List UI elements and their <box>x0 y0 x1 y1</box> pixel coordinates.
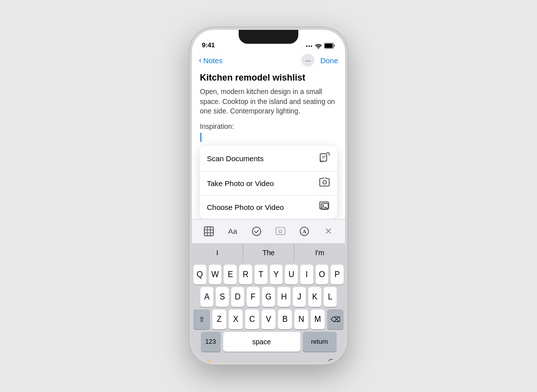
keyboard-row-1: Q W E R T Y U I O P <box>193 265 344 285</box>
choose-photo-label: Choose Photo or Video <box>207 203 284 211</box>
camera-icon <box>319 178 330 189</box>
checklist-button[interactable] <box>249 223 265 239</box>
keyboard-row-2: A S D F G H J K L <box>193 287 344 307</box>
done-button[interactable]: Done <box>320 56 338 65</box>
delete-key[interactable]: ⌫ <box>327 309 344 329</box>
svg-point-7 <box>322 204 324 206</box>
phone-frame: 9:41 ▪▪▪ ‹ Notes <box>189 27 348 365</box>
key-z[interactable]: Z <box>212 309 226 329</box>
table-button[interactable] <box>201 223 217 239</box>
toolbar: Aa A ✕ <box>192 219 345 244</box>
svg-point-13 <box>253 227 261 235</box>
signal-icon: ▪▪▪ <box>306 43 313 49</box>
phone-screen: 9:41 ▪▪▪ ‹ Notes <box>192 30 345 362</box>
key-m[interactable]: M <box>311 309 325 329</box>
key-j[interactable]: J <box>293 287 306 307</box>
notch <box>239 30 298 44</box>
nav-bar: ‹ Notes ··· Done <box>192 52 345 71</box>
take-photo-item[interactable]: Take Photo or Video <box>200 172 337 196</box>
status-time: 9:41 <box>202 41 215 49</box>
suggestions-bar: I The I'm <box>192 244 345 262</box>
back-button[interactable]: ‹ Notes <box>199 55 223 65</box>
key-t[interactable]: T <box>255 265 268 285</box>
nav-actions: ··· Done <box>301 54 338 67</box>
chevron-left-icon: ‹ <box>199 55 202 65</box>
more-button[interactable]: ··· <box>301 54 314 67</box>
key-c[interactable]: C <box>245 309 259 329</box>
svg-rect-8 <box>204 227 213 236</box>
key-p[interactable]: P <box>331 265 344 285</box>
scan-documents-label: Scan Documents <box>207 154 264 163</box>
format-button[interactable]: Aa <box>225 223 241 239</box>
key-e[interactable]: E <box>224 265 237 285</box>
ellipsis-icon: ··· <box>305 57 311 64</box>
key-k[interactable]: K <box>308 287 321 307</box>
key-b[interactable]: B <box>278 309 292 329</box>
wifi-icon <box>315 43 322 49</box>
key-q[interactable]: Q <box>193 265 206 285</box>
close-icon: ✕ <box>325 226 332 237</box>
keyboard-row-4: 123 space return <box>193 332 344 352</box>
keyboard-row-3: ⇧ Z X C V B N M ⌫ <box>193 309 344 329</box>
keyboard: Q W E R T Y U I O P A S D F G H J K <box>192 262 345 356</box>
key-x[interactable]: X <box>229 309 243 329</box>
markup-button[interactable]: A <box>296 223 312 239</box>
back-label: Notes <box>203 56 223 65</box>
svg-point-14 <box>279 230 282 233</box>
numbers-key[interactable]: 123 <box>201 332 221 352</box>
key-o[interactable]: O <box>316 265 329 285</box>
svg-text:A: A <box>302 228 306 234</box>
suggestion-the[interactable]: The <box>243 244 294 262</box>
choose-photo-item[interactable]: Choose Photo or Video <box>200 196 337 219</box>
shift-key[interactable]: ⇧ <box>193 309 210 329</box>
key-d[interactable]: D <box>231 287 244 307</box>
key-f[interactable]: F <box>247 287 260 307</box>
svg-point-0 <box>318 48 319 49</box>
suggestion-im[interactable]: I'm <box>294 244 345 262</box>
bottom-bar: 🙂 <box>192 356 345 362</box>
close-toolbar-button[interactable]: ✕ <box>320 223 336 239</box>
key-v[interactable]: V <box>262 309 275 329</box>
take-photo-label: Take Photo or Video <box>207 179 274 188</box>
inspiration-label: Inspiration: <box>200 122 337 130</box>
return-key[interactable]: return <box>303 332 337 352</box>
suggestion-i[interactable]: I <box>192 244 243 262</box>
key-s[interactable]: S <box>216 287 229 307</box>
key-i[interactable]: I <box>300 265 313 285</box>
key-a[interactable]: A <box>200 287 213 307</box>
key-h[interactable]: H <box>277 287 290 307</box>
text-cursor <box>200 132 337 142</box>
photo-icon <box>319 201 330 213</box>
scan-doc-icon <box>319 152 330 165</box>
key-r[interactable]: R <box>239 265 252 285</box>
microphone-button[interactable] <box>327 359 335 362</box>
space-key[interactable]: space <box>223 332 300 352</box>
format-label: Aa <box>228 227 237 235</box>
key-n[interactable]: N <box>294 309 308 329</box>
note-body: Open, modern kitchen design in a small s… <box>200 87 337 116</box>
status-icons: ▪▪▪ <box>306 43 335 49</box>
key-u[interactable]: U <box>285 265 298 285</box>
scan-documents-item[interactable]: Scan Documents <box>200 146 337 172</box>
key-g[interactable]: G <box>262 287 275 307</box>
svg-rect-2 <box>325 44 333 48</box>
popup-menu: Scan Documents Take Photo or Video <box>200 146 337 219</box>
battery-icon <box>324 43 335 49</box>
key-l[interactable]: L <box>324 287 337 307</box>
svg-rect-17 <box>329 359 333 362</box>
note-content: Kitchen remodel wishlist Open, modern ki… <box>192 71 345 146</box>
svg-point-4 <box>323 181 327 184</box>
key-w[interactable]: W <box>209 265 222 285</box>
key-y[interactable]: Y <box>270 265 283 285</box>
camera-toolbar-button <box>272 223 288 239</box>
emoji-button[interactable]: 🙂 <box>202 360 214 362</box>
note-title: Kitchen remodel wishlist <box>200 73 337 83</box>
